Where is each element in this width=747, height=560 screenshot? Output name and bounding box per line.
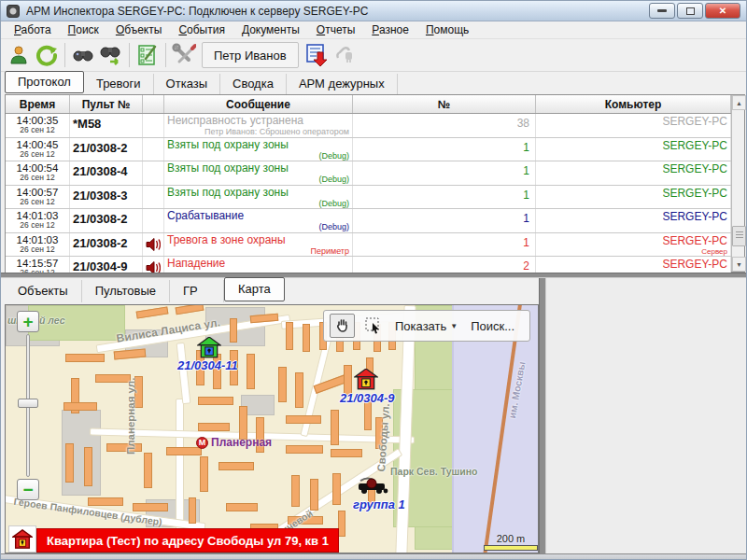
title-bar[interactable]: АРМ Инспектора SERGEY-PC: Подключен к се… xyxy=(1,1,746,21)
map-building xyxy=(114,349,147,360)
map-building xyxy=(63,402,97,411)
event-number: 1 xyxy=(353,138,536,161)
app-window: АРМ Инспектора SERGEY-PC: Подключен к се… xyxy=(0,0,747,560)
event-time: 14:15:5726 сен 12 xyxy=(6,257,70,273)
tab-карта[interactable]: Карта xyxy=(224,277,285,301)
tab-strip-protocol: ПротоколТревогиОтказыСводкаАРМ дежурных xyxy=(1,72,746,94)
window-title: АРМ Инспектора SERGEY-PC: Подключен к се… xyxy=(26,5,649,18)
tab-протокол[interactable]: Протокол xyxy=(5,71,84,93)
close-button[interactable]: ✕ xyxy=(705,3,740,19)
table-row[interactable]: 14:00:5426 сен 1221/0308-4Взяты под охра… xyxy=(6,161,731,186)
menu-item-отчеты[interactable]: Отчеты xyxy=(309,21,363,38)
event-time: 14:00:4526 сен 12 xyxy=(6,138,70,161)
map-toolbar: Показать▼ Поиск... xyxy=(323,310,530,342)
export-icon[interactable] xyxy=(303,41,331,69)
map-view[interactable]: Вилиса Лациса ул.Планерная ул.Свободы ул… xyxy=(5,304,539,553)
binoculars-icon[interactable] xyxy=(69,41,97,69)
map-building xyxy=(144,453,152,488)
event-panel-number: 21/0308-4 xyxy=(70,161,143,185)
map-show-button[interactable]: Показать▼ xyxy=(391,319,461,333)
tab-отказы[interactable]: Отказы xyxy=(154,74,220,94)
map-marker-label: 21/0304-11 xyxy=(177,358,238,372)
event-icon-cell xyxy=(143,114,164,137)
event-time: 14:01:0326 сен 12 xyxy=(6,209,70,232)
menu-item-события[interactable]: События xyxy=(171,21,233,38)
scroll-down-icon[interactable]: ▼ xyxy=(732,257,746,272)
menu-item-разное[interactable]: Разное xyxy=(364,21,416,38)
event-number: 38 xyxy=(353,114,536,137)
event-time: 14:00:3526 сен 12 xyxy=(6,114,70,137)
refresh-icon[interactable] xyxy=(33,41,61,69)
menu-item-помощь[interactable]: Помощь xyxy=(418,21,476,38)
table-row[interactable]: 14:00:3526 сен 12*М58Неисправность устра… xyxy=(6,114,731,138)
scroll-thumb[interactable] xyxy=(732,226,746,246)
column-header[interactable]: Комьютер xyxy=(536,95,731,113)
event-message: Тревога в зоне охраныПериметр xyxy=(164,233,353,257)
tab-пультовые[interactable]: Пультовые xyxy=(82,280,170,302)
tab-гр[interactable]: ГР xyxy=(170,280,224,302)
menu-bar: РаботаПоискОбъектыСобытияДокументыОтчеты… xyxy=(1,21,746,39)
alarm-banner: Квартира (Тест) по адресу Свободы ул 79,… xyxy=(36,528,339,553)
tools-icon[interactable] xyxy=(170,41,198,69)
table-row[interactable]: 14:01:0326 сен 1221/0308-2Тревога в зоне… xyxy=(6,233,731,258)
checklist-icon[interactable] xyxy=(134,41,162,69)
map-building xyxy=(310,479,318,511)
app-icon xyxy=(7,5,20,18)
tab-арм-дежурных[interactable]: АРМ дежурных xyxy=(287,74,398,94)
map-building xyxy=(200,456,208,492)
table-scrollbar[interactable]: ▲ ▼ xyxy=(731,95,744,272)
menu-item-объекты[interactable]: Объекты xyxy=(108,21,170,38)
map-building xyxy=(278,367,287,402)
column-header[interactable]: Пульт № xyxy=(70,95,143,113)
current-user-button[interactable]: Петр Иванов xyxy=(202,42,299,68)
vertical-splitter[interactable] xyxy=(539,278,546,553)
event-icon-cell xyxy=(143,138,164,161)
menu-item-поиск[interactable]: Поиск xyxy=(61,21,106,38)
zoom-in-button[interactable]: + xyxy=(17,311,39,332)
zoom-slider-thumb[interactable] xyxy=(18,399,38,408)
map-building xyxy=(338,511,345,537)
map-search-button[interactable]: Поиск... xyxy=(467,319,518,333)
menu-item-работа[interactable]: Работа xyxy=(7,21,59,38)
disconnect-icon xyxy=(331,41,359,69)
column-header[interactable]: № xyxy=(353,95,536,113)
tab-тревоги[interactable]: Тревоги xyxy=(84,74,154,94)
event-number: 1 xyxy=(353,186,536,209)
table-row[interactable]: 14:01:0326 сен 1221/0308-2Срабатывание(D… xyxy=(6,209,731,233)
event-panel-number: 21/0308-2 xyxy=(70,138,143,161)
map-building xyxy=(331,410,339,445)
select-region-icon[interactable] xyxy=(360,314,386,338)
street-label-park: Парк Сев. Тушино xyxy=(390,466,478,477)
event-computer: SERGEY-PC xyxy=(536,114,731,137)
map-building xyxy=(189,497,196,524)
event-message: Взяты под охрану зоны(Debug) xyxy=(164,186,353,209)
minimize-button[interactable] xyxy=(649,3,675,19)
alarm-sound-icon xyxy=(143,257,164,273)
binoculars-next-icon[interactable] xyxy=(97,41,125,69)
tab-объекты[interactable]: Объекты xyxy=(5,280,82,302)
map-road xyxy=(176,343,191,405)
event-computer: SERGEY-PCСервер xyxy=(536,233,731,257)
pan-hand-icon[interactable] xyxy=(330,314,355,338)
table-row[interactable]: 14:00:4526 сен 1221/0308-2Взяты под охра… xyxy=(6,138,731,162)
map-building xyxy=(239,406,247,440)
column-header[interactable]: Сообщение xyxy=(164,95,353,113)
user-icon[interactable] xyxy=(5,41,33,69)
restore-button[interactable] xyxy=(677,3,703,19)
map-marker-группа-1[interactable] xyxy=(355,475,390,499)
menu-item-документы[interactable]: Документы xyxy=(234,21,307,38)
tab-сводка[interactable]: Сводка xyxy=(220,74,287,94)
map-building xyxy=(230,318,237,343)
event-message: Взяты под охрану зоны(Debug) xyxy=(164,161,353,185)
map-building xyxy=(247,354,255,389)
zoom-out-button[interactable]: − xyxy=(17,479,39,500)
scroll-up-icon[interactable]: ▲ xyxy=(732,95,746,110)
table-row[interactable]: 14:15:5726 сен 1221/0304-9Нападение2SERG… xyxy=(6,257,731,273)
map-building xyxy=(133,503,168,511)
table-row[interactable]: 14:00:5726 сен 1221/0308-3Взяты под охра… xyxy=(6,186,731,210)
column-header[interactable] xyxy=(143,95,164,113)
event-panel-number: *М58 xyxy=(70,114,143,137)
event-computer: SERGEY-PC xyxy=(536,257,731,273)
column-header[interactable]: Время xyxy=(6,95,70,113)
event-table: ВремяПульт №Сообщение№Комьютер 14:00:352… xyxy=(5,94,745,273)
